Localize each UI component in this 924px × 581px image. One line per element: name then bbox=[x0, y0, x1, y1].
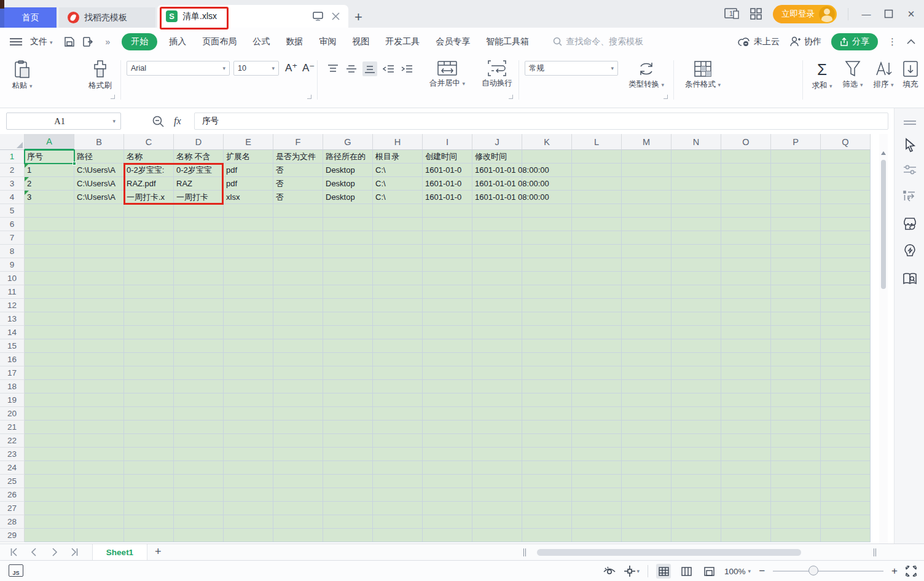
cell-F4[interactable]: 否 bbox=[273, 191, 323, 204]
cell-C26[interactable] bbox=[124, 488, 174, 502]
menu-tab-data[interactable]: 数据 bbox=[278, 36, 311, 47]
cell-F29[interactable] bbox=[273, 529, 323, 542]
cell-D4[interactable]: 一周打卡 bbox=[174, 191, 224, 204]
cell-C15[interactable] bbox=[124, 339, 174, 353]
cell-O16[interactable] bbox=[721, 353, 771, 366]
cell-J10[interactable] bbox=[472, 272, 522, 285]
cell-O26[interactable] bbox=[721, 488, 771, 502]
cell-N28[interactable] bbox=[671, 515, 721, 529]
cell-L13[interactable] bbox=[572, 312, 622, 326]
share-button[interactable]: 分享 bbox=[831, 33, 878, 50]
cell-D19[interactable] bbox=[174, 393, 224, 407]
cell-M27[interactable] bbox=[622, 502, 671, 515]
cell-C10[interactable] bbox=[124, 272, 174, 285]
collapse-ribbon-icon[interactable] bbox=[907, 39, 915, 44]
cell-F17[interactable] bbox=[273, 366, 323, 380]
zoom-formula-icon[interactable] bbox=[152, 116, 164, 127]
cell-K7[interactable] bbox=[522, 231, 572, 245]
column-header-C[interactable]: C bbox=[124, 134, 174, 150]
cell-K8[interactable] bbox=[522, 245, 572, 258]
cell-C13[interactable] bbox=[124, 312, 174, 326]
page-break-view-button[interactable] bbox=[679, 564, 694, 579]
cell-O15[interactable] bbox=[721, 339, 771, 353]
cell-C9[interactable] bbox=[124, 258, 174, 272]
cell-A18[interactable] bbox=[25, 380, 74, 393]
cell-N29[interactable] bbox=[671, 529, 721, 542]
cell-G24[interactable] bbox=[323, 461, 373, 475]
cell-I9[interactable] bbox=[423, 258, 472, 272]
cell-M21[interactable] bbox=[622, 421, 671, 434]
cell-E19[interactable] bbox=[224, 393, 273, 407]
cell-L24[interactable] bbox=[572, 461, 622, 475]
cell-I8[interactable] bbox=[423, 245, 472, 258]
cell-O5[interactable] bbox=[721, 204, 771, 218]
cell-K5[interactable] bbox=[522, 204, 572, 218]
zoom-out-icon[interactable]: − bbox=[759, 565, 765, 577]
row-header-23[interactable]: 23 bbox=[0, 448, 25, 461]
name-box[interactable]: A1 ▾ bbox=[6, 113, 121, 130]
cell-B28[interactable] bbox=[74, 515, 124, 529]
cell-Q3[interactable] bbox=[821, 177, 871, 191]
cell-A11[interactable] bbox=[25, 285, 74, 299]
cell-F10[interactable] bbox=[273, 272, 323, 285]
cell-F27[interactable] bbox=[273, 502, 323, 515]
formula-input[interactable]: 序号 bbox=[194, 113, 888, 130]
cell-F26[interactable] bbox=[273, 488, 323, 502]
cell-L19[interactable] bbox=[572, 393, 622, 407]
cell-L5[interactable] bbox=[572, 204, 622, 218]
type-convert-button[interactable]: 类型转换 ▾ bbox=[622, 60, 671, 90]
cell-N16[interactable] bbox=[671, 353, 721, 366]
cell-Q29[interactable] bbox=[821, 529, 871, 542]
cell-H8[interactable] bbox=[373, 245, 423, 258]
cell-N5[interactable] bbox=[671, 204, 721, 218]
cell-F7[interactable] bbox=[273, 231, 323, 245]
cell-J24[interactable] bbox=[472, 461, 522, 475]
cell-Q7[interactable] bbox=[821, 231, 871, 245]
cell-G7[interactable] bbox=[323, 231, 373, 245]
cell-K23[interactable] bbox=[522, 448, 572, 461]
cell-C16[interactable] bbox=[124, 353, 174, 366]
cell-B2[interactable]: C:\Users\A bbox=[74, 164, 124, 177]
cell-J3[interactable]: 1601-01-01 08:00:00 bbox=[472, 177, 522, 191]
cell-C29[interactable] bbox=[124, 529, 174, 542]
cell-L9[interactable] bbox=[572, 258, 622, 272]
cell-D9[interactable] bbox=[174, 258, 224, 272]
cell-I23[interactable] bbox=[423, 448, 472, 461]
cell-F15[interactable] bbox=[273, 339, 323, 353]
cell-Q9[interactable] bbox=[821, 258, 871, 272]
prev-sheet-icon[interactable] bbox=[29, 547, 39, 557]
cell-L27[interactable] bbox=[572, 502, 622, 515]
cell-N15[interactable] bbox=[671, 339, 721, 353]
cell-O17[interactable] bbox=[721, 366, 771, 380]
cell-F25[interactable] bbox=[273, 475, 323, 488]
cell-I26[interactable] bbox=[423, 488, 472, 502]
align-top-icon[interactable] bbox=[326, 61, 340, 76]
cell-E14[interactable] bbox=[224, 326, 273, 339]
cell-M18[interactable] bbox=[622, 380, 671, 393]
cell-K6[interactable] bbox=[522, 218, 572, 231]
cell-J19[interactable] bbox=[472, 393, 522, 407]
cell-M5[interactable] bbox=[622, 204, 671, 218]
row-header-25[interactable]: 25 bbox=[0, 475, 25, 488]
drag-handle-icon[interactable] bbox=[902, 116, 917, 130]
cell-L15[interactable] bbox=[572, 339, 622, 353]
cell-Q13[interactable] bbox=[821, 312, 871, 326]
pointer-tool-icon[interactable] bbox=[902, 138, 917, 152]
cell-I24[interactable] bbox=[423, 461, 472, 475]
cell-A12[interactable] bbox=[25, 299, 74, 312]
cell-E4[interactable]: xlsx bbox=[224, 191, 273, 204]
cell-I15[interactable] bbox=[423, 339, 472, 353]
cell-C20[interactable] bbox=[124, 407, 174, 421]
cell-K27[interactable] bbox=[522, 502, 572, 515]
cell-M6[interactable] bbox=[622, 218, 671, 231]
cell-L1[interactable] bbox=[572, 150, 622, 164]
cell-B18[interactable] bbox=[74, 380, 124, 393]
cell-N2[interactable] bbox=[671, 164, 721, 177]
cell-F22[interactable] bbox=[273, 434, 323, 448]
cell-E23[interactable] bbox=[224, 448, 273, 461]
minimize-icon[interactable]: — bbox=[859, 9, 873, 19]
cell-P10[interactable] bbox=[771, 272, 821, 285]
cell-D2[interactable]: 0-2岁宝宝 bbox=[174, 164, 224, 177]
cell-K13[interactable] bbox=[522, 312, 572, 326]
cell-O3[interactable] bbox=[721, 177, 771, 191]
